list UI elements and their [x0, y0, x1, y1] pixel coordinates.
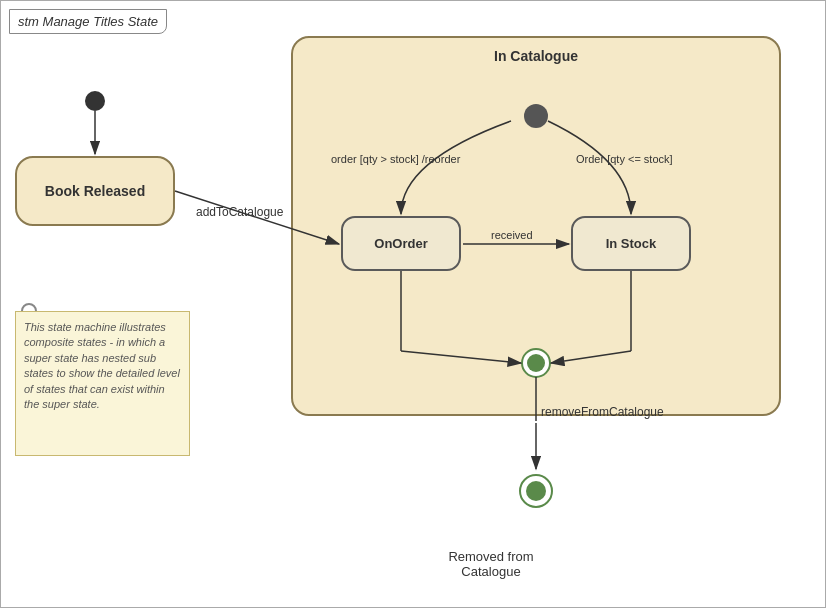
note-box: This state machine illustrates composite…: [15, 311, 190, 456]
diagram-container: stm Manage Titles State In Catalogue Boo…: [0, 0, 826, 608]
diagram-title: stm Manage Titles State: [9, 9, 167, 34]
initial-state-outer: [85, 91, 105, 111]
removed-catalogue-label: Removed from Catalogue: [421, 549, 561, 579]
final-state-outer: [520, 475, 552, 507]
state-on-order: OnOrder: [341, 216, 461, 271]
super-state-label: In Catalogue: [494, 48, 578, 64]
final-state-inner2: [526, 481, 546, 501]
state-in-stock: In Stock: [571, 216, 691, 271]
label-add-to-catalogue: addToCatalogue: [196, 205, 284, 219]
state-book-released: Book Released: [15, 156, 175, 226]
